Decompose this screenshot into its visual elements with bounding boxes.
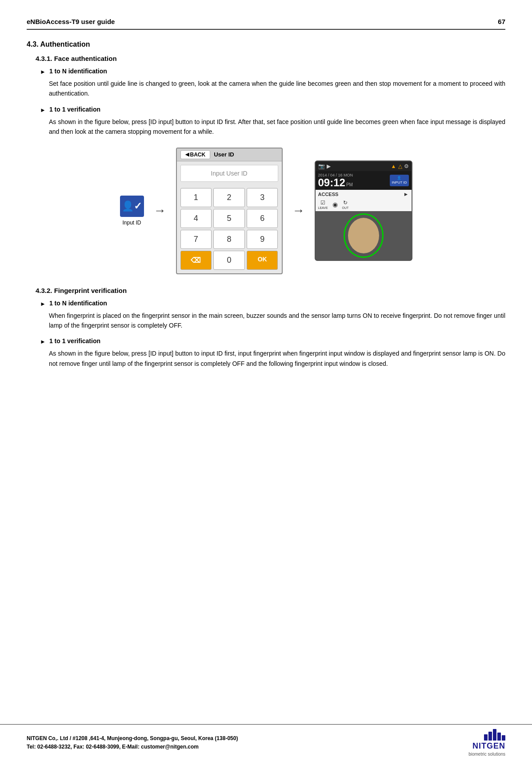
bullet-1-label: 1 to N identification (49, 68, 107, 75)
footer-line1: NITGEN Co,. Ltd / #1208 ,641-4, Munjeong… (27, 734, 238, 743)
out-icon: ↻ (343, 200, 348, 206)
leave-icon: ☑ (320, 200, 325, 206)
device-period: PM (346, 182, 353, 187)
bullet-1to1: ► 1 to 1 verification (40, 106, 505, 113)
page-footer: NITGEN Co,. Ltd / #1208 ,641-4, Munjeong… (0, 724, 532, 761)
fp-bullet-arrow-2: ► (40, 338, 46, 345)
key-1[interactable]: 1 (180, 188, 212, 207)
monitor-icon: 📷 (318, 163, 325, 169)
key-4[interactable]: 4 (180, 209, 212, 228)
fp-bullet-2-text: As shown in the figure below, press [ID … (49, 348, 505, 368)
key-6[interactable]: 6 (247, 209, 278, 228)
device-topbar: 📷 ▶ ▲ △ ⚙ (316, 161, 412, 171)
fingerprint-section-title: 4.3.2. Fingerprint verification (36, 287, 505, 294)
user-id-input-display[interactable]: Input User ID (180, 165, 278, 182)
key-3[interactable]: 3 (247, 188, 278, 207)
device-icons-left: 📷 ▶ (318, 163, 331, 169)
face-section-title: 4.3.1. Face authentication (36, 55, 505, 62)
back-button[interactable]: ◀ BACK (180, 150, 211, 159)
gear-icon: ⚙ (404, 163, 409, 169)
access-sub-bar: ☑ LEAVE ◉ ↻ OUT (316, 199, 412, 211)
nitgen-bar-3 (493, 729, 496, 741)
key-5[interactable]: 5 (213, 209, 245, 228)
out-button[interactable]: ↻ OUT (342, 200, 349, 209)
nitgen-brand-name: NITGEN (472, 741, 505, 751)
face-display-area (316, 211, 412, 260)
check-circle: ◉ (332, 201, 338, 208)
device-time-row: 2014 / 04 / 16 MON 09:12 PM 👤 INPUT ID (316, 171, 412, 190)
footer-line2: Tel: 02-6488-3232, Fax: 02-6488-3099, E-… (27, 743, 238, 751)
fp-bullet-2: ► 1 to 1 verification (40, 337, 505, 345)
access-label: ACCESS (318, 192, 339, 197)
input-btn-label: INPUT ID (392, 180, 407, 184)
leave-label: LEAVE (318, 206, 328, 209)
device-time-date-col: 2014 / 04 / 16 MON 09:12 PM (318, 173, 353, 188)
key-0[interactable]: 0 (213, 251, 245, 270)
device-input-id-btn[interactable]: 👤 INPUT ID (390, 175, 408, 186)
keypad-screen: ◀ BACK User ID Input User ID 1 2 3 4 5 6… (176, 148, 283, 274)
key-7[interactable]: 7 (180, 230, 212, 249)
key-2[interactable]: 2 (213, 188, 245, 207)
device-icons-right: ▲ △ ⚙ (391, 163, 409, 169)
nitgen-bar-4 (497, 733, 501, 741)
warning-icon: △ (398, 163, 402, 169)
nitgen-bar-1 (484, 734, 488, 741)
access-next-icon: ► (404, 191, 409, 197)
bullet-arrow-1: ► (40, 68, 46, 75)
key-ok[interactable]: OK (247, 251, 278, 270)
device-time: 09:12 (318, 177, 345, 188)
leave-button[interactable]: ☑ LEAVE (318, 200, 328, 209)
nitgen-tagline: biometric solutions (468, 752, 505, 757)
figure-row: 👤✓ Input ID → ◀ BACK User ID Input User … (27, 148, 505, 274)
keypad-title: User ID (214, 151, 234, 158)
nitgen-bar-2 (488, 732, 492, 741)
header-title: eNBioAccess-T9 user guide (27, 18, 115, 25)
section-main-title: 4.3. Authentication (27, 40, 505, 48)
bullet-1-text: Set face position until guide line is ch… (49, 79, 505, 99)
key-8[interactable]: 8 (213, 230, 245, 249)
back-arrow-icon: ◀ (185, 152, 189, 157)
keypad-topbar: ◀ BACK User ID (177, 148, 282, 161)
nitgen-bar-5 (502, 735, 505, 741)
person-icon: 👤✓ (122, 201, 142, 211)
arrow-right-1: → (154, 204, 166, 218)
input-id-icon2: 👤 (397, 176, 401, 180)
nitgen-bars (484, 729, 505, 741)
exit-icon: ▶ (327, 163, 331, 169)
face-outline-green (344, 213, 384, 258)
bullet-arrow-2: ► (40, 107, 46, 113)
bullet-1to-n: ► 1 to N identification (40, 68, 505, 75)
input-id-icon: 👤✓ (120, 196, 144, 217)
arrow-right-2: → (292, 204, 305, 218)
fp-bullet-arrow-1: ► (40, 300, 46, 307)
out-label: OUT (342, 206, 349, 209)
page-number: 67 (498, 18, 505, 25)
fp-bullet-1-label: 1 to N identification (49, 300, 107, 307)
key-9[interactable]: 9 (247, 230, 278, 249)
bullet-2-text: As shown in the figure below, press [ID … (49, 117, 505, 137)
circle-check-icon: ◉ (332, 201, 338, 208)
fp-bullet-1-text: When fingerprint is placed on the finger… (49, 311, 505, 331)
fp-bullet-2-label: 1 to 1 verification (49, 337, 100, 344)
key-del[interactable]: ⌫ (180, 251, 212, 270)
back-label: BACK (190, 152, 206, 158)
input-id-label: Input ID (122, 220, 141, 226)
bell-icon: ▲ (391, 163, 396, 169)
page: eNBioAccess-T9 user guide 67 4.3. Authen… (0, 0, 532, 761)
page-header: eNBioAccess-T9 user guide 67 (27, 18, 505, 30)
keypad-grid: 1 2 3 4 5 6 7 8 9 ⌫ 0 OK (177, 185, 282, 273)
footer-contact: NITGEN Co,. Ltd / #1208 ,641-4, Munjeong… (27, 734, 238, 751)
nitgen-logo: NITGEN biometric solutions (468, 729, 505, 757)
input-id-box: 👤✓ Input ID (120, 196, 144, 226)
fp-bullet-1: ► 1 to N identification (40, 300, 505, 307)
device-screen: 📷 ▶ ▲ △ ⚙ 2014 / 04 / 16 MON 09:12 PM (315, 160, 412, 261)
bullet-2-label: 1 to 1 verification (49, 106, 100, 113)
device-access-bar: ACCESS ► (316, 190, 412, 199)
